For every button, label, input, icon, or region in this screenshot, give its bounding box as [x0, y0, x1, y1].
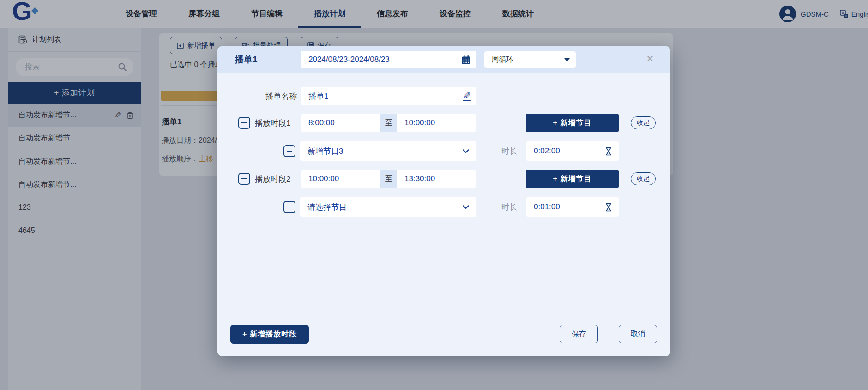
modal-title: 播单1 [235, 54, 258, 66]
segment-row-1: 播放时段1 8:00:00 至 10:00:00 + 新增节目 收起 [217, 114, 670, 132]
duration-label: 时长 [501, 146, 517, 157]
duration-label: 时长 [501, 202, 517, 213]
segment-time-range: 10:00:00 至 13:30:00 [301, 170, 476, 188]
duration-input[interactable]: 0:01:00 [526, 197, 619, 217]
playlist-name-row: 播单名称 播单1 ✎ [217, 87, 670, 105]
segment-label: 播放时段1 [255, 118, 290, 128]
program-select-value: 请选择节目 [307, 202, 463, 213]
program-select[interactable]: 请选择节目 [300, 197, 476, 217]
duration-input[interactable]: 0:02:00 [526, 141, 619, 161]
edit-name-icon[interactable]: ✎ [463, 91, 471, 101]
date-range-value: 2024/08/23-2024/08/23 [308, 55, 461, 64]
segment-row-2: 播放时段2 10:00:00 至 13:30:00 + 新增节目 收起 [217, 170, 670, 188]
modal-footer: + 新增播放时段 保存 取消 [217, 325, 670, 344]
repeat-mode-value: 周循环 [491, 55, 564, 65]
add-program-button[interactable]: + 新增节目 [526, 170, 619, 188]
add-program-button[interactable]: + 新增节目 [526, 114, 619, 132]
playlist-name-value: 播单1 [308, 91, 463, 102]
collapse-button[interactable]: 收起 [631, 172, 656, 185]
hourglass-icon[interactable] [605, 146, 612, 156]
cancel-button[interactable]: 取消 [619, 325, 657, 343]
program-row-2: 请选择节目 时长 0:01:00 [217, 197, 670, 217]
remove-segment-icon[interactable] [238, 173, 250, 185]
start-time-input[interactable]: 10:00:00 [301, 170, 380, 188]
collapse-button[interactable]: 收起 [631, 116, 656, 129]
modal-header: 播单1 2024/08/23-2024/08/23 周循环 × [217, 46, 670, 73]
caret-down-icon [564, 58, 570, 61]
add-segment-button[interactable]: + 新增播放时段 [230, 325, 309, 344]
chevron-down-icon [463, 205, 469, 209]
playlist-name-input[interactable]: 播单1 ✎ [301, 87, 476, 105]
chevron-down-icon [463, 149, 469, 153]
duration-value: 0:01:00 [534, 202, 605, 212]
end-time-input[interactable]: 13:30:00 [397, 170, 476, 188]
to-separator: 至 [380, 114, 397, 132]
hourglass-icon[interactable] [605, 202, 612, 212]
program-select[interactable]: 新增节目3 [300, 141, 476, 161]
to-separator: 至 [380, 170, 397, 188]
app-root: G 设备管理 屏幕分组 节目编辑 播放计划 信息发布 设备监控 数据统计 GDS… [0, 0, 868, 390]
program-row-1: 新增节目3 时长 0:02:00 [217, 141, 670, 161]
date-range-input[interactable]: 2024/08/23-2024/08/23 [301, 51, 476, 68]
start-time-input[interactable]: 8:00:00 [301, 114, 380, 132]
duration-value: 0:02:00 [534, 146, 605, 156]
program-select-value: 新增节目3 [307, 146, 463, 157]
end-time-input[interactable]: 10:00:00 [397, 114, 476, 132]
remove-program-icon[interactable] [283, 201, 295, 213]
segment-label: 播放时段2 [255, 174, 290, 184]
repeat-mode-select[interactable]: 周循环 [484, 51, 576, 68]
save-button[interactable]: 保存 [560, 325, 598, 343]
remove-segment-icon[interactable] [238, 117, 250, 129]
calendar-icon[interactable] [461, 55, 471, 65]
edit-playlist-modal: 播单1 2024/08/23-2024/08/23 周循环 × 播单名称 播单1 [217, 46, 670, 356]
segment-time-range: 8:00:00 至 10:00:00 [301, 114, 476, 132]
playlist-name-label: 播单名称 [217, 91, 297, 102]
remove-program-icon[interactable] [283, 145, 295, 157]
close-icon[interactable]: × [642, 51, 658, 67]
